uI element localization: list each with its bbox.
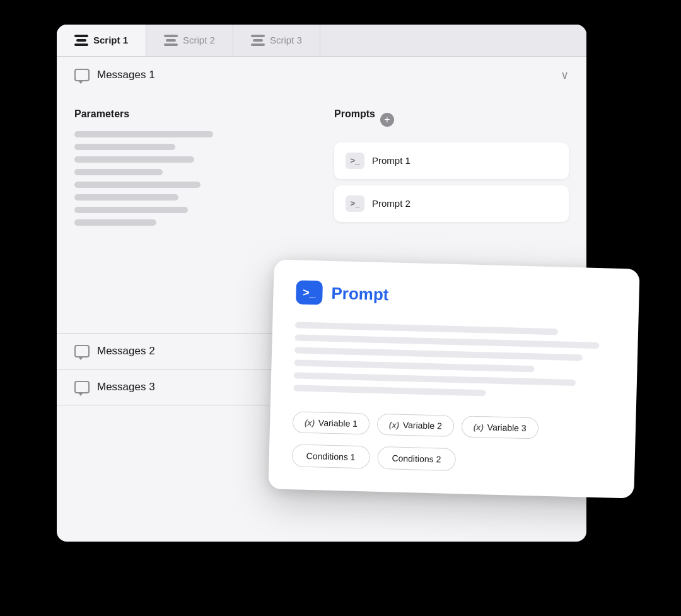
prompt-line-1 [295,322,558,335]
parameters-lines [74,131,309,226]
prompt-line-4 [294,359,534,372]
param-line-5 [74,182,201,188]
param-line-4 [74,169,163,175]
prompt-card-icon-box: >_ [296,280,323,305]
messages1-chevron[interactable]: ∨ [561,68,569,82]
tab-script2-label: Script 2 [183,35,215,45]
param-line-6 [74,194,178,200]
variable2-x-icon: (x) [389,419,399,429]
messages1-icon [74,69,90,81]
prompt-card: >_ Prompt (x) Variable 1 (x) Variable 2 … [268,259,639,498]
messages3-icon [74,381,90,393]
messages2-icon [74,345,90,357]
tab-script3-label: Script 3 [270,35,302,45]
variable1-label: Variable 1 [318,417,358,429]
messages1-title: Messages 1 [97,69,155,81]
parameters-title: Parameters [74,108,309,120]
prompt2-terminal-icon: >_ [351,199,360,208]
tabs-bar: Script 1 Script 2 Script 3 [57,25,586,57]
variable-badge-2[interactable]: (x) Variable 2 [377,413,455,436]
variables-row: (x) Variable 1 (x) Variable 2 (x) Variab… [293,411,614,441]
prompt-card-terminal-icon: >_ [303,286,316,299]
variable3-label: Variable 3 [487,422,527,433]
script2-icon [164,33,178,47]
prompts-title: Prompts [334,108,375,120]
param-line-1 [74,131,213,137]
prompt-line-2 [295,334,600,349]
script3-icon [251,33,265,47]
tab-script1-label: Script 1 [93,35,128,45]
prompt1-terminal-icon: >_ [351,156,360,165]
prompt-card-title: Prompt [331,283,389,304]
add-prompt-button[interactable]: + [380,113,394,127]
condition-badge-1[interactable]: Conditions 1 [291,444,370,468]
variable3-x-icon: (x) [474,422,484,431]
prompt-item-1[interactable]: >_ Prompt 1 [334,142,569,179]
param-line-2 [74,144,175,150]
prompt-item-2[interactable]: >_ Prompt 2 [334,185,569,222]
prompt1-label: Prompt 1 [372,155,410,166]
prompt-card-header: >_ Prompt [296,280,617,312]
tab-script1[interactable]: Script 1 [57,25,146,56]
messages1-header[interactable]: Messages 1 ∨ [57,57,586,93]
conditions-row: Conditions 1 Conditions 2 [291,444,612,475]
prompt-line-3 [294,347,583,361]
variable-badge-3[interactable]: (x) Variable 3 [461,416,538,439]
tab-script3[interactable]: Script 3 [233,25,320,56]
prompt-line-6 [293,385,486,396]
messages2-title: Messages 2 [97,345,155,357]
prompt1-icon-box: >_ [346,153,364,169]
prompts-header: Prompts + [334,108,569,131]
script1-icon [74,33,88,47]
tab-script2[interactable]: Script 2 [146,25,233,56]
messages1-header-left: Messages 1 [74,69,155,81]
prompt-content-lines [293,322,615,399]
prompt2-label: Prompt 2 [372,198,410,209]
condition-badge-2[interactable]: Conditions 2 [377,446,456,470]
variable1-x-icon: (x) [305,417,315,427]
param-line-8 [74,219,156,226]
messages3-title: Messages 3 [97,381,155,393]
prompt2-icon-box: >_ [346,195,364,212]
variable2-label: Variable 2 [403,419,442,431]
variable-badge-1[interactable]: (x) Variable 1 [293,411,370,434]
param-line-7 [74,207,188,213]
prompt-line-5 [294,372,576,386]
param-line-3 [74,156,194,163]
